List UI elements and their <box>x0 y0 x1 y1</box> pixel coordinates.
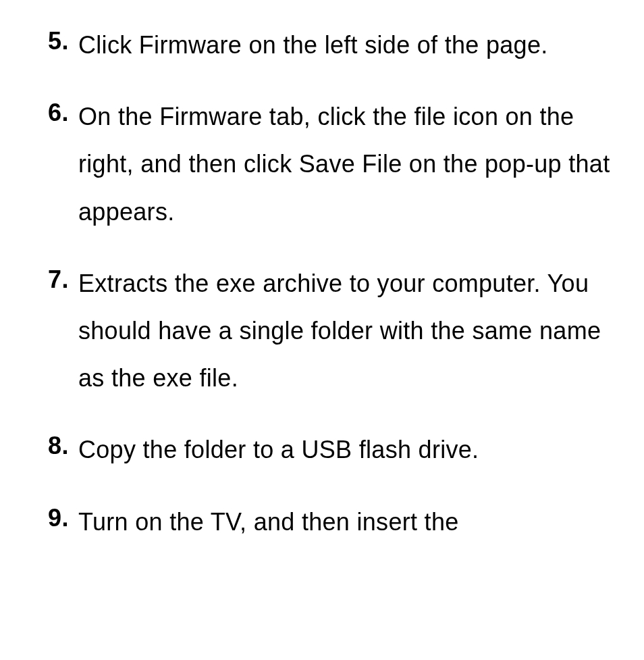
item-text: Click Firmware on the left side of the p… <box>78 22 614 69</box>
item-marker: 8. <box>30 426 78 465</box>
item-marker: 6. <box>30 93 78 132</box>
item-text: Extracts the exe archive to your compute… <box>78 260 614 403</box>
list-item: 5. Click Firmware on the left side of th… <box>30 22 614 69</box>
list-item: 9. Turn on the TV, and then insert the <box>30 499 614 546</box>
item-text: On the Firmware tab, click the file icon… <box>78 93 614 236</box>
list-item: 7. Extracts the exe archive to your comp… <box>30 260 614 403</box>
item-marker: 9. <box>30 499 78 538</box>
item-text: Turn on the TV, and then insert the <box>78 499 614 546</box>
item-text: Copy the folder to a USB flash drive. <box>78 426 614 474</box>
instruction-page: 5. Click Firmware on the left side of th… <box>0 0 644 546</box>
list-item: 8. Copy the folder to a USB flash drive. <box>30 426 614 474</box>
numbered-list: 5. Click Firmware on the left side of th… <box>30 22 614 546</box>
item-marker: 5. <box>30 22 78 61</box>
item-marker: 7. <box>30 260 78 299</box>
list-item: 6. On the Firmware tab, click the file i… <box>30 93 614 236</box>
